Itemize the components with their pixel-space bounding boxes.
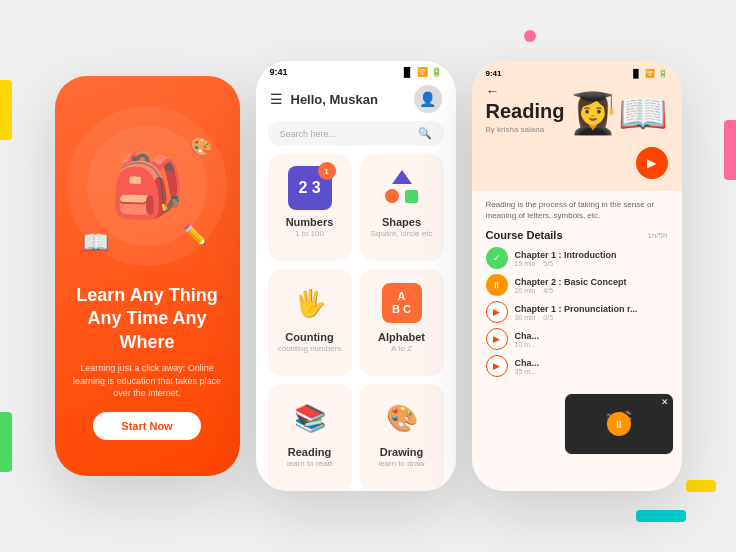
shapes-icon-area xyxy=(378,164,426,212)
chapter5-title: Cha... xyxy=(515,358,668,368)
drawing-title: Drawing xyxy=(380,446,423,458)
chapter5-play-button[interactable]: ▶ xyxy=(486,355,508,377)
course-total-duration: 1h/5h xyxy=(647,231,667,240)
course-details-header: Course Details 1h/5h xyxy=(486,229,668,241)
alphabet-title: Alphabet xyxy=(378,331,425,343)
greeting-text: Hello, Muskan xyxy=(291,92,378,107)
chapter-item-2: ⏸ Chapter 2 : Basic Concept 20 min 4/5 xyxy=(486,274,668,296)
hero-illustration-area: 🎒 ✏️ 📖 🎨 xyxy=(82,106,212,266)
shapes-subtitle: Square, circle etc xyxy=(371,229,433,238)
signal-icon: ▐▌ xyxy=(401,67,414,77)
reading-emoji: 📚 xyxy=(294,403,326,434)
chapter1-info: Chapter 1 : Introduction 15 min 5/5 xyxy=(515,250,668,267)
counting-icon-area: 🖐️ xyxy=(286,279,334,327)
counting-title: Counting xyxy=(285,331,333,343)
numbers-icon-area: 2 3 1 xyxy=(286,164,334,212)
card-counting[interactable]: 🖐️ Counting counting numbers xyxy=(268,269,352,376)
video-play-button[interactable]: ⏸ xyxy=(607,412,631,436)
video-close-button[interactable]: ✕ xyxy=(661,397,669,407)
chapter-list: ✓ Chapter 1 : Introduction 15 min 5/5 xyxy=(486,247,668,377)
header-left: ☰ Hello, Muskan xyxy=(270,91,378,107)
reading-title: Reading xyxy=(288,446,331,458)
search-bar[interactable]: Search here... 🔍 xyxy=(268,121,444,146)
chapter2-info: Chapter 2 : Basic Concept 20 min 4/5 xyxy=(515,277,668,294)
chapter2-pause-button[interactable]: ⏸ xyxy=(486,274,508,296)
bg-yellow2-bar xyxy=(686,480,716,492)
course-status-bar: 9:41 ▐▌ 🛜 🔋 xyxy=(486,69,668,78)
bg-pink-dot xyxy=(524,30,536,42)
card-shapes[interactable]: Shapes Square, circle etc xyxy=(360,154,444,261)
chapter4-info: Cha... 10 m... xyxy=(515,331,668,348)
hero-content: Reading By krisha salana 👩‍🎓📖 xyxy=(486,100,668,137)
user-avatar[interactable]: 👤 xyxy=(414,85,442,113)
wifi-icon: 🛜 xyxy=(417,67,428,77)
category-grid: 2 3 1 Numbers 1 to 100 xyxy=(256,154,456,491)
chapter-item-1: ✓ Chapter 1 : Introduction 15 min 5/5 xyxy=(486,247,668,269)
menu-icon[interactable]: ☰ xyxy=(270,91,283,107)
course-hero: 9:41 ▐▌ 🛜 🔋 ← Reading By krisha salana 👩… xyxy=(472,61,682,191)
reading-subtitle: learn to read xyxy=(287,459,332,468)
search-placeholder-text: Search here... xyxy=(280,129,337,139)
splash-text-area: Learn Any Thing Any Time Any Where Learn… xyxy=(71,284,224,456)
splash-title: Learn Any Thing Any Time Any Where xyxy=(71,284,224,354)
reading-icon-area: 📚 xyxy=(286,394,334,442)
counting-emoji: 🖐️ xyxy=(294,288,326,319)
back-button[interactable]: ← xyxy=(486,83,500,99)
chapter1-title: Chapter 1 : Introduction xyxy=(515,250,668,260)
card-numbers[interactable]: 2 3 1 Numbers 1 to 100 xyxy=(268,154,352,261)
chapter5-meta: 35 m... xyxy=(515,368,668,375)
hero-play-button[interactable]: ▶ xyxy=(636,147,668,179)
bg-green-bar xyxy=(0,412,12,472)
chapter4-title: Cha... xyxy=(515,331,668,341)
pencils-emoji: ✏️ xyxy=(182,222,207,246)
chapter4-meta: 10 m... xyxy=(515,341,668,348)
chapter1-meta: 15 min 5/5 xyxy=(515,260,668,267)
course-time: 9:41 xyxy=(486,69,502,78)
status-bar: 9:41 ▐▌ 🛜 🔋 xyxy=(256,61,456,79)
chapter2-title: Chapter 2 : Basic Concept xyxy=(515,277,668,287)
course-battery: 🔋 xyxy=(658,69,668,78)
svg-marker-0 xyxy=(392,170,412,184)
numbers-title: Numbers xyxy=(286,216,334,228)
hero-girl-reading-emoji: 👩‍🎓📖 xyxy=(568,90,668,137)
start-now-button[interactable]: Start Now xyxy=(93,412,200,440)
status-time: 9:41 xyxy=(270,67,288,77)
course-title: Reading xyxy=(486,100,565,123)
numbers-badge: 1 xyxy=(318,162,336,180)
course-description: Reading is the process of taking in the … xyxy=(486,199,668,221)
video-popup[interactable]: 🎬 ⏸ ✕ xyxy=(564,393,674,455)
chapter1-done-button[interactable]: ✓ xyxy=(486,247,508,269)
course-signal: ▐▌ xyxy=(630,69,641,78)
hero-text: Reading By krisha salana xyxy=(486,100,565,134)
numbers-subtitle: 1 to 100 xyxy=(295,229,324,238)
phones-container: 🎒 ✏️ 📖 🎨 Learn Any Thing Any Time Any Wh… xyxy=(55,61,682,491)
chapter3-title: Chapter 1 : Pronunciation r... xyxy=(515,304,668,314)
card-alphabet[interactable]: AB C Alphabet A to Z xyxy=(360,269,444,376)
alphabet-icon-area: AB C xyxy=(378,279,426,327)
course-details-label: Course Details xyxy=(486,229,563,241)
alphabet-icon: AB C xyxy=(382,283,422,323)
card-reading[interactable]: 📚 Reading learn to read xyxy=(268,384,352,491)
bg-pink-bar xyxy=(724,120,736,180)
video-overlay: ⏸ xyxy=(565,394,673,454)
chapter3-info: Chapter 1 : Pronunciation r... 30 min 0/… xyxy=(515,304,668,321)
palette-emoji: 🎨 xyxy=(190,136,212,158)
card-drawing[interactable]: 🎨 Drawing learn to draw xyxy=(360,384,444,491)
chapter-item-3: ▶ Chapter 1 : Pronunciation r... 30 min … xyxy=(486,301,668,323)
shapes-svg-icon xyxy=(380,166,424,210)
counting-subtitle: counting numbers xyxy=(278,344,342,353)
course-author: By krisha salana xyxy=(486,125,565,134)
svg-rect-2 xyxy=(405,190,418,203)
alphabet-subtitle: A to Z xyxy=(391,344,412,353)
chapter3-play-button[interactable]: ▶ xyxy=(486,301,508,323)
phone-course: 9:41 ▐▌ 🛜 🔋 ← Reading By krisha salana 👩… xyxy=(472,61,682,491)
battery-icon: 🔋 xyxy=(431,67,442,77)
phone-splash: 🎒 ✏️ 📖 🎨 Learn Any Thing Any Time Any Wh… xyxy=(55,76,240,476)
svg-point-1 xyxy=(385,189,399,203)
chapter2-meta: 20 min 4/5 xyxy=(515,287,668,294)
book-emoji: 📖 xyxy=(82,230,109,256)
search-icon: 🔍 xyxy=(418,127,432,140)
drawing-emoji: 🎨 xyxy=(386,403,418,434)
shapes-title: Shapes xyxy=(382,216,421,228)
chapter4-play-button[interactable]: ▶ xyxy=(486,328,508,350)
